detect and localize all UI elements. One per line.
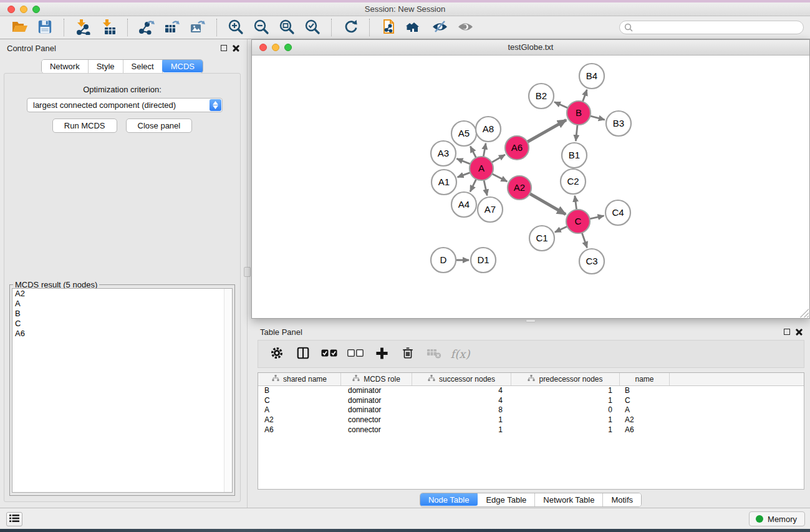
hide-selected-button[interactable] (429, 18, 450, 37)
float-panel-icon[interactable] (221, 45, 227, 51)
select-all-button[interactable] (321, 345, 338, 364)
zoom-out-button[interactable] (251, 18, 272, 37)
graph-node-C1[interactable]: C1 (529, 226, 554, 251)
table-cell[interactable]: B (258, 386, 341, 396)
table-cell[interactable]: dominator (341, 386, 412, 396)
table-tab-network-table[interactable]: Network Table (535, 493, 603, 506)
close-panel-button[interactable]: Close panel (126, 118, 193, 133)
table-cell[interactable]: 1 (412, 425, 511, 435)
table-cell[interactable]: connector (341, 425, 412, 435)
horizontal-splitter-grip[interactable] (526, 319, 536, 322)
table-tab-node-table[interactable]: Node Table (420, 493, 479, 506)
graph-node-C3[interactable]: C3 (579, 249, 604, 274)
graph-node-A6[interactable]: A6 (505, 136, 529, 160)
table-cell[interactable]: 4 (412, 396, 511, 406)
refresh-button[interactable] (340, 18, 361, 37)
table-cell[interactable]: C (258, 396, 341, 406)
graph-node-A5[interactable]: A5 (451, 121, 476, 146)
zoom-selected-button[interactable] (302, 18, 323, 37)
network-canvas[interactable]: AA1A2A3A4A5A6A7A8BB1B2B3B4CC1C2C3C4DD1 (252, 56, 809, 318)
table-row[interactable]: Bdominator41B (258, 386, 804, 396)
close-table-panel-icon[interactable] (796, 328, 803, 335)
table-row[interactable]: Adominator80A (258, 405, 804, 415)
result-item[interactable]: C (12, 319, 232, 329)
delete-column-button[interactable] (399, 345, 417, 364)
graph-node-A8[interactable]: A8 (476, 117, 501, 142)
table-cell[interactable]: A6 (620, 425, 670, 435)
export-image-button[interactable] (187, 18, 208, 37)
column-browser-button[interactable] (294, 345, 312, 364)
show-all-button[interactable] (455, 18, 476, 37)
column-header-shared-name[interactable]: shared name (258, 373, 341, 385)
add-column-button[interactable] (373, 345, 390, 364)
save-session-button[interactable] (34, 18, 55, 37)
table-cell[interactable]: dominator (341, 396, 412, 406)
result-scrollbar[interactable] (224, 289, 232, 492)
close-panel-icon[interactable] (233, 44, 239, 51)
graph-node-C[interactable]: C (566, 210, 590, 233)
table-cell[interactable]: connector (341, 415, 412, 425)
export-table-button[interactable] (162, 18, 183, 37)
graph-node-A4[interactable]: A4 (451, 192, 476, 217)
graph-node-B4[interactable]: B4 (579, 64, 604, 89)
search-input[interactable] (619, 21, 804, 34)
table-cell[interactable]: 1 (511, 425, 620, 435)
table-cell[interactable]: A (620, 405, 670, 415)
optimization-dropdown[interactable]: largest connected component (directed) (27, 98, 223, 112)
graph-node-D[interactable]: D (431, 248, 456, 273)
table-row[interactable]: A6connector11A6 (258, 425, 804, 435)
export-network-button[interactable] (136, 18, 157, 37)
table-tab-motifs[interactable]: Motifs (603, 493, 641, 506)
table-cell[interactable]: 1 (511, 415, 620, 425)
window-resize-grip[interactable] (800, 309, 809, 317)
graph-node-B[interactable]: B (567, 101, 591, 125)
column-header-successor-nodes[interactable]: successor nodes (412, 373, 511, 385)
graph-node-A3[interactable]: A3 (431, 141, 456, 166)
table-tab-edge-table[interactable]: Edge Table (478, 493, 535, 506)
zoom-in-button[interactable] (225, 18, 246, 37)
function-builder-button[interactable]: f(x) (451, 345, 469, 364)
graph-node-B1[interactable]: B1 (562, 143, 587, 168)
table-row[interactable]: Cdominator41C (258, 396, 804, 406)
deselect-all-button[interactable] (347, 345, 364, 364)
table-settings-button[interactable] (268, 345, 286, 364)
tab-select[interactable]: Select (123, 60, 163, 73)
tab-network[interactable]: Network (42, 60, 89, 73)
graph-node-A1[interactable]: A1 (432, 170, 456, 195)
run-mcds-button[interactable]: Run MCDS (52, 118, 117, 133)
graph-node-C2[interactable]: C2 (561, 169, 586, 194)
column-header-name[interactable]: name (620, 373, 670, 385)
table-cell[interactable]: A (258, 405, 341, 415)
column-header-predecessor-nodes[interactable]: predecessor nodes (511, 373, 620, 385)
vertical-splitter-grip[interactable] (244, 267, 251, 277)
graph-node-A7[interactable]: A7 (478, 197, 503, 222)
clone-network-button[interactable] (378, 18, 399, 37)
table-cell[interactable]: 1 (412, 415, 511, 425)
delete-table-button[interactable] (425, 345, 443, 364)
table-cell[interactable]: C (620, 396, 670, 406)
tab-style[interactable]: Style (89, 60, 123, 73)
graph-node-B2[interactable]: B2 (529, 84, 554, 109)
table-cell[interactable]: dominator (341, 405, 412, 415)
graph-node-C4[interactable]: C4 (605, 200, 630, 225)
tab-mcds[interactable]: MCDS (162, 59, 203, 72)
table-cell[interactable]: 0 (511, 405, 620, 415)
table-cell[interactable]: A6 (258, 425, 341, 435)
table-cell[interactable]: 4 (412, 386, 511, 396)
table-cell[interactable]: A2 (620, 415, 670, 425)
table-cell[interactable]: A2 (258, 415, 341, 425)
import-table-button[interactable] (98, 18, 119, 37)
home-layout-button[interactable] (403, 18, 425, 37)
table-cell[interactable]: 1 (511, 386, 620, 396)
import-network-button[interactable] (72, 18, 94, 37)
result-item[interactable]: A2 (12, 289, 232, 299)
zoom-fit-button[interactable] (276, 18, 297, 37)
table-cell[interactable]: 8 (412, 405, 511, 415)
table-cell[interactable]: 1 (511, 396, 620, 406)
open-session-button[interactable] (9, 18, 30, 37)
result-item[interactable]: A6 (12, 329, 232, 339)
table-row[interactable]: A2connector11A2 (258, 415, 804, 425)
graph-node-A2[interactable]: A2 (508, 176, 531, 200)
graph-node-D1[interactable]: D1 (471, 248, 496, 273)
result-item[interactable]: A (12, 299, 232, 309)
